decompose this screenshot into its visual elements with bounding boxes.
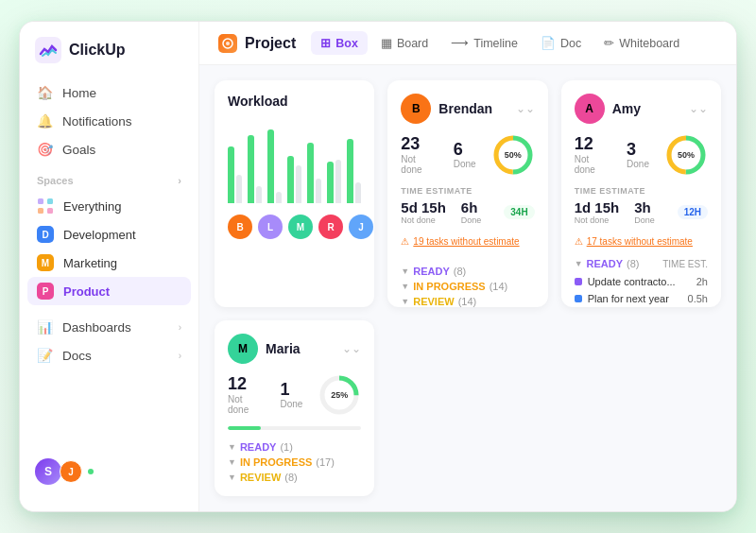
avatar-r: R [318,215,343,239]
brendan-avatar: B [401,94,431,124]
avatar-m: M [288,215,313,239]
maria-donut: 25% [318,373,361,417]
amy-expand-icon[interactable]: ⌄⌄ [689,102,708,115]
goals-icon: 🎯 [37,142,53,157]
sidebar-item-notifications[interactable]: 🔔 Notifications [27,107,191,135]
warning-icon: ⚠ [401,236,409,247]
development-dot: D [37,226,54,243]
user-avatar[interactable]: S [35,458,61,485]
tab-timeline[interactable]: ⟶ Timeline [441,31,527,55]
everything-label: Everything [63,199,121,214]
amy-warning: ⚠ 17 tasks without estimate [575,236,708,247]
maria-percent: 25% [331,390,348,400]
sidebar-item-everything[interactable]: Everything [27,192,191,220]
brendan-percent: 50% [505,150,522,160]
tab-board[interactable]: ▦ Board [371,31,438,55]
brendan-badge: 34H [504,205,534,219]
tab-board-label: Board [397,37,428,50]
workload-card: Workload [215,80,374,307]
project-label: Project [245,35,296,52]
timeline-icon: ⟶ [451,36,469,50]
app-name: ClickUp [69,42,126,59]
sidebar-footer: S J [20,447,198,496]
doc-icon: 📄 [541,36,556,50]
brendan-donut: 50% [491,133,535,177]
amy-badge: 12H [678,205,708,219]
sidebar-item-goals[interactable]: 🎯 Goals [27,135,191,163]
tab-box[interactable]: ⊞ Box [311,31,368,55]
brendan-done: 6 Done [454,141,476,170]
brendan-name: Brendan [438,101,492,116]
product-dot: P [37,283,54,300]
amy-name: Amy [612,101,641,116]
sidebar-item-marketing[interactable]: M Marketing [27,249,191,277]
docs-icon: 📝 [37,348,53,363]
tab-whiteboard-label: Whiteboard [619,37,679,50]
maria-done: 1 Done [280,381,302,410]
logo: ClickUp [20,37,198,78]
amy-warning-link[interactable]: 17 tasks without estimate [587,236,693,247]
bar-group-1 [228,146,242,203]
avatar-b: B [228,215,252,239]
amy-done: 3 Done [627,141,649,170]
project-icon [218,34,237,53]
workload-avatars: B L M R J K T [228,215,361,239]
marketing-label: Marketing [63,256,117,270]
product-label: Product [63,284,110,299]
bell-icon: 🔔 [37,113,53,129]
amy-time-estimate: TIME ESTIMATE 1d 15h Not done 3h Done 12… [575,186,708,229]
development-label: Development [63,228,136,242]
docs-chevron: › [179,351,181,361]
maria-not-done: 12 Not done [228,375,265,415]
spaces-expand-icon[interactable]: › [178,175,181,186]
tab-doc[interactable]: 📄 Doc [531,31,591,55]
home-icon: 🏠 [37,85,53,100]
online-indicator [88,469,94,474]
tab-timeline-label: Timeline [473,37,518,50]
sidebar-item-dashboards[interactable]: 📊 Dashboards › [27,313,191,341]
workload-chart [228,118,361,203]
svg-rect-2 [47,198,53,204]
maria-avatar: M [228,334,258,364]
box-icon: ⊞ [320,36,331,50]
whiteboard-icon: ✏ [604,36,614,50]
brendan-stats: 23 Not done 6 Done 50% [401,133,534,177]
tab-doc-label: Doc [560,37,581,50]
amy-not-done: 12 Not done [575,135,611,175]
sidebar-item-docs[interactable]: 📝 Docs › [27,341,191,370]
marketing-dot: M [37,254,54,271]
tab-box-label: Box [335,37,358,50]
svg-point-7 [226,42,230,45]
sidebar-bottom: 📊 Dashboards › 📝 Docs › [20,313,198,370]
project-title: Project [218,34,296,53]
task-dot-2 [575,295,582,302]
svg-rect-3 [38,208,43,214]
amy-avatar: A [575,94,605,124]
avatar-j: J [349,215,373,239]
avatar-l: L [258,215,283,239]
logo-icon [35,37,61,63]
brendan-expand-icon[interactable]: ⌄⌄ [516,102,535,115]
amy-stats: 12 Not done 3 Done 50% [575,133,708,177]
maria-expand-icon[interactable]: ⌄⌄ [342,342,361,355]
topbar: Project ⊞ Box ▦ Board ⟶ Timeline 📄 Doc ✏… [199,22,736,65]
amy-header: A Amy ⌄⌄ [575,94,708,124]
content-grid: Workload [199,65,736,511]
task-row-2: Plan for next year 0.5h [575,290,708,307]
maria-tasks: ▼ READY (1) ▼ IN PROGRESS (17) ▼ REVIEW … [228,441,361,483]
dashboards-icon: 📊 [37,319,53,335]
everything-icon [37,198,54,215]
brendan-warning: ⚠ 19 tasks without estimate [401,236,534,247]
maria-header: M Maria ⌄⌄ [228,334,361,364]
brendan-warning-link[interactable]: 19 tasks without estimate [413,236,519,247]
amy-percent: 50% [678,150,695,160]
sidebar-item-product[interactable]: P Product [27,277,191,305]
sidebar-item-development[interactable]: D Development [27,220,191,249]
tab-whiteboard[interactable]: ✏ Whiteboard [594,31,689,55]
maria-card: M Maria ⌄⌄ 12 Not done 1 Done [215,320,374,496]
sidebar-item-goals-label: Goals [62,143,95,157]
main-content: Project ⊞ Box ▦ Board ⟶ Timeline 📄 Doc ✏… [199,22,736,511]
dashboards-chevron: › [179,322,181,333]
sidebar-item-home[interactable]: 🏠 Home [27,78,191,107]
amy-tasks: ▼ READY (8) TIME EST. Update contracto..… [575,258,708,307]
